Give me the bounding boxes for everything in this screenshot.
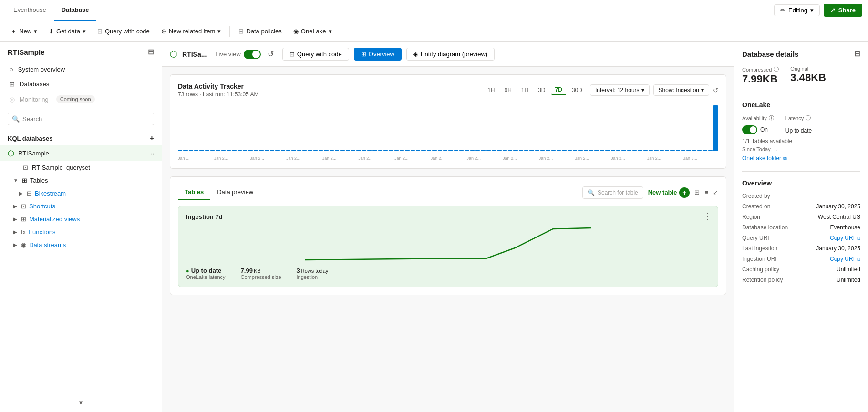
search-input[interactable] [22,115,150,123]
sidebar-header: RTISample ⊟ [0,42,162,60]
tables-top: Tables Data preview 🔍 Search for table N… [178,185,718,200]
new-related-item-button[interactable]: ⊕ New related item ▾ [156,25,226,37]
tables-icon: ⊞ [22,177,27,184]
main-layout: RTISample ⊟ ○ System overview ⊞ Database… [0,42,868,412]
queryset-item[interactable]: ⊡ RTISample_queryset [0,161,162,174]
chart-bar [649,150,653,151]
onelake-folder-link[interactable]: OneLake folder ⧉ [742,155,860,162]
live-view-label: Live view [215,51,240,58]
data-policies-button[interactable]: ⊟ Data policies [234,25,286,37]
refresh-tracker-icon[interactable]: ↺ [713,87,718,94]
time-btn-3d[interactable]: 3D [534,85,549,95]
query-uri-row: Query URI Copy URI ⧉ [742,235,860,241]
collapse-icon[interactable]: ⊟ [148,48,154,56]
chart-bar [394,150,399,151]
chart-bar [427,150,431,151]
overview-btn[interactable]: ⊞ Overview [354,48,402,61]
entity-diagram-btn[interactable]: ◈ Entity diagram (preview) [406,48,495,61]
chart-bar [632,150,637,151]
chart-label: Jan 2... [503,153,538,161]
tab-data-preview[interactable]: Data preview [210,185,260,200]
shortcuts-tree-item[interactable]: ▶ ⊡ Shortcuts [0,200,162,213]
chart-bar [367,150,372,151]
chart-label: Jan ... [178,153,213,161]
interval-select[interactable]: Interval: 12 hours ▾ [590,84,650,96]
bikestream-tree-item[interactable]: ▶ ⊟ Bikestream [0,187,162,200]
time-btn-30d[interactable]: 30D [568,85,586,95]
query-with-code-btn[interactable]: ⊡ Query with code [282,48,349,61]
share-button[interactable]: ↗ Share [824,4,862,17]
refresh-icon[interactable]: ↺ [268,50,274,59]
collapse-right-icon[interactable]: ⊟ [854,50,860,58]
chart-label: Jan 2... [322,153,358,161]
databases-icon: ⊞ [10,81,15,88]
materialized-views-tree-item[interactable]: ▶ ⊞ Materialized views [0,213,162,226]
last-ingestion-row: Last ingestion January 30, 2025 [742,245,860,252]
sidebar-footer: ▼ [0,393,162,412]
chart-bar [578,150,582,151]
chevron-down-icon: ▾ [217,28,221,35]
add-kql-icon[interactable]: + [150,134,154,143]
db-location-row: Database location Eventhouse [742,224,860,231]
sizes-row: Compressed ⓘ 7.99KB Original 3.48KB [742,66,860,85]
query-with-code-button[interactable]: ⊡ Query with code [93,25,155,37]
functions-tree-item[interactable]: ▶ fx Functions [0,226,162,238]
chart-bar [665,150,669,151]
chart-bar [551,150,556,151]
get-data-button[interactable]: ⬇ Get data ▾ [44,25,91,37]
chart-bar [362,150,366,151]
onelake-button[interactable]: ◉ OneLake ▾ [289,25,337,37]
nav-tab-eventhouse[interactable]: Eventhouse [6,0,54,21]
chart-bar [205,150,209,151]
time-btn-1d[interactable]: 1D [517,85,532,95]
search-box[interactable]: 🔍 [8,113,154,125]
tracker-subtitle: 73 rows · Last run: 11:53:05 AM [178,91,258,98]
chart-bar [692,150,696,151]
toggle-knob [750,126,756,133]
chart-bar [183,150,187,151]
database-item-rtisample[interactable]: ⬡ RTISample ··· [0,145,162,161]
sidebar-item-system-overview[interactable]: ○ System overview [0,62,162,77]
coming-soon-badge: Coming soon [56,95,95,103]
since-label: Since Today, ... [742,146,860,152]
time-btn-6h[interactable]: 6H [501,85,516,95]
new-table-button[interactable]: New table + [648,187,690,198]
chart-bar [238,150,242,151]
list-view-icon[interactable]: ≡ [704,189,708,196]
chart-area: Jan ...Jan 2...Jan 2...Jan 2...Jan 2...J… [178,103,718,161]
nav-tab-database[interactable]: Database [54,0,97,21]
chart-bar [270,150,274,151]
data-streams-tree-item[interactable]: ▶ ◉ Data streams [0,238,162,251]
chevron-down-icon: ▾ [83,28,86,35]
tables-tree-item[interactable]: ▼ ⊞ Tables [0,174,162,187]
chart-bar [319,150,323,151]
time-btn-7d[interactable]: 7D [551,85,566,95]
new-button[interactable]: ＋ New ▾ [6,25,42,38]
search-table-input[interactable]: 🔍 Search for table [582,186,643,199]
time-btn-1h[interactable]: 1H [484,85,498,95]
sidebar-item-monitoring[interactable]: ◎ Monitoring Coming soon [0,92,162,107]
sidebar-item-databases[interactable]: ⊞ Databases [0,77,162,92]
tab-tables[interactable]: Tables [178,185,210,200]
grid-view-icon[interactable]: ⊞ [694,189,700,196]
chart-label: Jan 2... [250,153,285,161]
editing-button[interactable]: ✏ Editing ▾ [774,4,820,16]
scroll-down-icon[interactable]: ▼ [78,399,84,406]
info-icon: ⓘ [769,114,774,122]
more-options-icon[interactable]: ⋮ [703,211,712,222]
overview-section-title: Overview [742,179,860,187]
chart-bar [670,150,674,151]
chart-bar [432,150,436,151]
live-view-toggle[interactable] [244,50,261,59]
fullscreen-icon[interactable]: ⤢ [713,189,718,196]
chevron-right-icon: ▶ [13,242,17,247]
db-more-icon[interactable]: ··· [151,150,156,157]
show-select[interactable]: Show: Ingestion ▾ [653,84,709,96]
chart-bar [540,150,545,151]
chart-bar [600,150,604,151]
top-navigation: Eventhouse Database ✏ Editing ▾ ↗ Share [0,0,868,21]
status-stat: ● Up to date OneLake latency [186,267,226,280]
latency-item: Latency ⓘ Up to date [785,114,812,134]
chart-bar [568,150,572,151]
availability-toggle[interactable] [742,125,757,134]
